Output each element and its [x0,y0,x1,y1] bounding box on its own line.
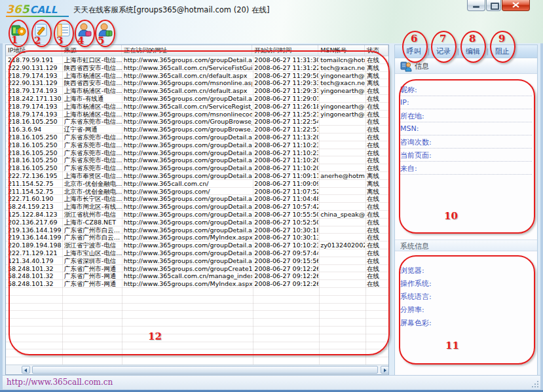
table-cell: 在线 [365,156,388,164]
table-row[interactable]: 219.136.144.199广东省广州市白云...http://www.365… [6,234,388,241]
info-field-label: 咨询次数: [400,135,532,149]
table-row[interactable]: 218.79.174.193上海市杨浦区-电信...http://www.365… [6,72,388,80]
action-separator: | [455,48,462,55]
info-section-header: 信息 [395,58,537,74]
scroll-right-button[interactable] [381,366,389,374]
table-cell: 广东省广州市-网通 [62,265,122,273]
table-row[interactable]: 218.79.174.193上海市杨浦区-电信...http://www.365… [6,87,388,95]
table-row[interactable]: 222.90.131.129陕西省西安市-电信...http://www.365… [6,64,388,72]
table-cell: 218.16.105.250 [6,141,62,149]
table-row[interactable]: 218.242.171.130上海市-有线通http://www.365grou… [6,95,388,103]
table-cell: 58.248.101.32 [6,272,62,280]
table-row[interactable]: 58.24.159.213上海市闸北区-有线...http://www.365g… [6,203,388,211]
column-header[interactable]: 来源 [62,45,122,56]
table-cell: 在线 [365,272,388,280]
table-row[interactable]: 211.154.52.75北京市-优创金融电...http://www.365g… [6,188,388,196]
table-cell: 在线 [365,134,388,141]
minimize-button[interactable] [467,0,485,11]
table-cell: http://www.365groups.com/groupDetail.asp… [122,95,253,103]
table-cell: http://www.365call.com.cn/default.aspx [122,87,253,95]
table-cell: 2008-06-27 09:57:44 [252,249,318,257]
column-header[interactable]: 正在访问的网址 [122,45,253,56]
scrollbar-thumb[interactable] [32,366,378,374]
table-row[interactable]: 211.154.52.75北京市-优创金融电...http://www.365c… [6,180,388,188]
table-row[interactable]: 218.16.105.250广东省东莞市-电信...http://www.365… [6,164,388,172]
table-row[interactable]: 219.136.144.199广东省广州市白云...http://www.365… [6,226,388,234]
table-cell: china_speak@h... [318,211,365,219]
table-cell [318,195,365,203]
table-cell: 在线 [365,280,388,288]
table-cell: 广东省东莞市-电信... [62,118,122,126]
table-cell: 在线 [365,257,388,265]
resize-grip[interactable] [531,380,538,387]
table-body: 218.79.59.191上海市虹口区-电信...http://www.365g… [6,56,388,365]
table-row[interactable]: 218.16.105.250广东省东莞市-电信...http://www.365… [6,118,388,126]
table-row[interactable]: 218.79.59.191上海市虹口区-电信...http://www.365g… [6,56,388,64]
table-row[interactable]: 222.71.60.190上海市长宁区-电信...http://www.365g… [6,195,388,203]
settings-icon[interactable] [10,22,27,39]
table-row[interactable]: 220.189.194.198浙江省宁波市-电信http://www.365gr… [6,241,388,249]
table-cell: 在线 [365,164,388,172]
column-header[interactable]: MSN帐号 [318,45,365,56]
horizontal-scrollbar[interactable] [6,365,388,374]
table-row[interactable]: 222.71.129.121上海市宝山区-电信...http://www.365… [6,249,388,257]
table-cell: 在线 [365,111,388,118]
table-cell: 广东省东莞市-电信... [62,134,122,141]
action-button[interactable]: 编辑 [462,46,484,56]
maximize-button[interactable] [486,0,501,11]
table-cell: tomailcn@hotma... [318,56,365,64]
table-cell: 202.136.217.69 [6,219,62,226]
table-cell: 上海市-有线通 [62,95,122,103]
table-row[interactable]: 218.16.105.250广东省东莞市-电信...http://www.365… [6,156,388,164]
column-header[interactable]: 状态 [365,45,388,56]
table-row[interactable]: 218.79.174.193上海市杨浦区-电信...http://www.365… [6,103,388,111]
action-separator: | [425,48,432,55]
table-row[interactable]: 58.248.101.32广东省广州市-网通http://www.365grou… [6,265,388,273]
table-cell [318,257,365,265]
system-field-label: 屏幕色彩: [400,316,532,329]
logo-underline [6,16,69,17]
table-cell: 离线 [365,172,388,180]
table-row[interactable]: 222.90.131.129陕西省西安市-电信...http://www.365… [6,79,388,87]
table-cell: 在线 [365,95,388,103]
table-cell: 2008-06-27 11:22:51 [252,126,318,134]
table-cell [318,126,365,134]
system-section-title: 系统信息 [395,240,537,251]
table-row[interactable]: 222.72.136.195上海市奉贤区-电信...http://www.365… [6,172,388,180]
table-row[interactable]: 116.3.6.94辽宁省-网通http://www.365groups.com… [6,126,388,134]
system-field-label: 浏览器: [400,264,532,277]
table-cell: http://www.365groups.com/groupDetail.asp… [122,257,253,265]
system-field-label: 分辨率: [400,303,532,316]
user-contact-icon[interactable] [96,22,113,39]
table-cell: 离线 [365,79,388,87]
table-cell [318,219,365,226]
close-button[interactable] [502,0,530,11]
table-cell: 218.16.105.250 [6,156,62,164]
action-button[interactable]: 呼叫 [403,46,425,56]
table-row[interactable]: 125.122.84.123浙江省杭州市-电信http://www.365gro… [6,211,388,219]
table-cell: 广东省广州市-网通 [62,280,122,288]
table-cell: 上海市杨浦区-电信... [62,72,122,80]
table-row[interactable]: 218.16.105.250广东省东莞市-电信...http://www.365… [6,149,388,157]
table-cell: 222.90.131.129 [6,64,62,72]
column-header[interactable]: 开始访问时间 [252,45,318,56]
table-row[interactable]: 218.16.105.250广东省东莞市-电信...http://www.365… [6,141,388,149]
action-button[interactable]: 阻止 [491,46,514,56]
table-cell: 220.189.194.198 [6,241,62,249]
table-row[interactable]: 218.16.105.250广东省东莞市-电信...http://www.365… [6,134,388,141]
user-card-icon[interactable] [76,22,93,39]
table-cell: http://www.365groups.com/groupDetail.asp… [122,195,253,203]
info-field-label: 所在地: [400,109,532,122]
table-row[interactable]: 58.248.101.32广东省广州市-网通http://www.365grou… [6,280,388,288]
action-button[interactable]: 记录 [432,46,455,56]
table-cell: 离线 [365,180,388,188]
table-row[interactable]: 121.34.40.179广东省深圳市-电信http://www.365grou… [6,257,388,265]
status-link[interactable]: http://www.365call.com.cn [7,378,113,387]
column-header[interactable]: IP地址 [6,45,62,56]
table-row[interactable]: 58.248.101.32广东省广州市-网通http://www.365call… [6,272,388,280]
records-icon[interactable] [55,22,72,39]
table-row[interactable]: 218.79.174.193上海市杨浦区-电信...http://www.365… [6,111,388,118]
table-row[interactable]: 202.136.217.69上海市-CZ88.NEThttp://www.365… [6,219,388,226]
scroll-left-button[interactable] [22,366,30,374]
edit-note-icon[interactable] [33,22,50,39]
